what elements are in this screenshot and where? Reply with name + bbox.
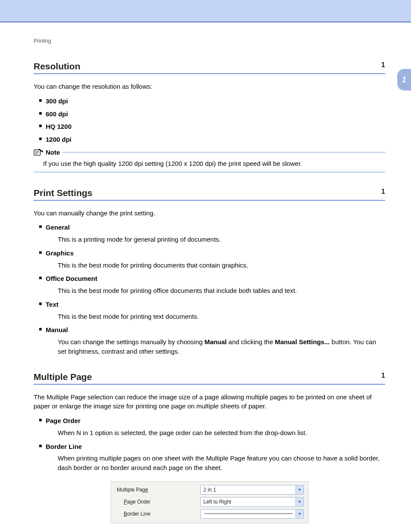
chevron-down-icon[interactable]: ▼ xyxy=(296,510,303,518)
dialog-select-page-order[interactable]: Left to Right ▼ xyxy=(200,497,304,507)
list-item-label: Border Line xyxy=(46,443,82,450)
list-item-label: Office Document xyxy=(46,275,97,282)
note-block: Note If you use the high quality 1200 dp… xyxy=(34,149,385,172)
section-title-print-settings: Print Settings 1 xyxy=(34,188,385,201)
title-text: Multiple Page xyxy=(34,372,92,382)
label-accel: B xyxy=(124,511,127,517)
desc-bold: Manual Settings... xyxy=(275,338,330,345)
list-item-label: General xyxy=(46,224,70,231)
list-item-desc: When N in 1 option is selected, the page… xyxy=(58,428,385,438)
list-item: 600 dpi xyxy=(46,110,68,118)
page-content: Printing Resolution 1 You can change the… xyxy=(0,22,411,532)
print-settings-list: General This is a printing mode for gene… xyxy=(34,223,385,356)
list-item-desc: When printing multiple pages on one shee… xyxy=(58,454,385,473)
label-part: age Order xyxy=(127,499,150,505)
dialog-row: Page Order Left to Right ▼ xyxy=(115,497,304,507)
list-item: 1200 dpi xyxy=(46,136,72,143)
note-rule xyxy=(62,152,385,152)
label-part: Multiple Pag xyxy=(117,487,145,493)
multiple-page-intro: The Multiple Page selection can reduce t… xyxy=(34,392,385,411)
label-part: order Line xyxy=(127,511,150,517)
dialog-label-page-order: Page Order xyxy=(115,499,197,505)
desc-part: You can change the settings manually by … xyxy=(58,338,205,345)
multiple-page-list: Page Order When N in 1 option is selecte… xyxy=(34,416,385,473)
section-resolution: Resolution 1 You can change the resoluti… xyxy=(34,61,385,172)
note-label: Note xyxy=(46,149,60,156)
list-item-label: Text xyxy=(46,301,59,308)
label-accel: e xyxy=(145,487,148,493)
title-text: Resolution xyxy=(34,61,81,71)
section-print-settings: Print Settings 1 You can manually change… xyxy=(34,188,385,356)
resolution-list: 300 dpi 600 dpi HQ 1200 1200 dpi xyxy=(34,96,385,144)
desc-bold: Manual xyxy=(205,338,227,345)
chevron-down-icon[interactable]: ▼ xyxy=(296,498,303,506)
section-anchor-mark: 1 xyxy=(381,188,385,196)
note-icon xyxy=(34,149,43,156)
list-item: HQ 1200 xyxy=(46,123,72,130)
section-anchor-mark: 1 xyxy=(381,372,385,380)
breadcrumb: Printing xyxy=(34,38,385,44)
select-value: Left to Right xyxy=(203,499,231,505)
section-title-resolution: Resolution 1 xyxy=(34,61,385,74)
section-multiple-page: Multiple Page 1 The Multiple Page select… xyxy=(34,372,385,523)
dialog-row: Border Line ▼ xyxy=(115,509,304,519)
title-text: Print Settings xyxy=(34,188,93,198)
list-item-desc: This is the best mode for printing offic… xyxy=(58,286,385,296)
list-item-label: Page Order xyxy=(46,417,81,424)
dialog-select-multiple-page[interactable]: 2 in 1 ▼ xyxy=(200,485,304,495)
dialog-screenshot: Multiple Page 2 in 1 ▼ Page Order Left t… xyxy=(110,481,308,523)
section-title-multiple-page: Multiple Page 1 xyxy=(34,372,385,385)
select-value: 2 in 1 xyxy=(203,487,216,493)
label-accel: P xyxy=(124,499,127,505)
list-item-desc: You can change the settings manually by … xyxy=(58,337,385,356)
dialog-row: Multiple Page 2 in 1 ▼ xyxy=(115,485,304,495)
section-anchor-mark: 1 xyxy=(381,61,385,69)
top-header-band xyxy=(0,0,411,22)
list-item-desc: This is the best mode for printing docum… xyxy=(58,261,385,270)
select-value-line xyxy=(204,513,293,514)
list-item-desc: This is the best mode for printing text … xyxy=(58,312,385,321)
list-item-label: Graphics xyxy=(46,249,74,257)
dialog-label-border-line: Border Line xyxy=(115,511,197,517)
dialog-label-multiple-page: Multiple Page xyxy=(115,487,197,493)
list-item-label: Manual xyxy=(46,326,68,333)
note-body: If you use the high quality 1200 dpi set… xyxy=(34,159,385,172)
resolution-intro: You can change the resolution as follows… xyxy=(34,82,385,91)
list-item: 300 dpi xyxy=(46,97,68,105)
desc-part: and clicking the xyxy=(227,338,275,345)
dialog-select-border-line[interactable]: ▼ xyxy=(200,509,304,519)
print-settings-intro: You can manually change the print settin… xyxy=(34,208,385,218)
chevron-down-icon[interactable]: ▼ xyxy=(296,485,303,494)
list-item-desc: This is a printing mode for general prin… xyxy=(58,235,385,244)
